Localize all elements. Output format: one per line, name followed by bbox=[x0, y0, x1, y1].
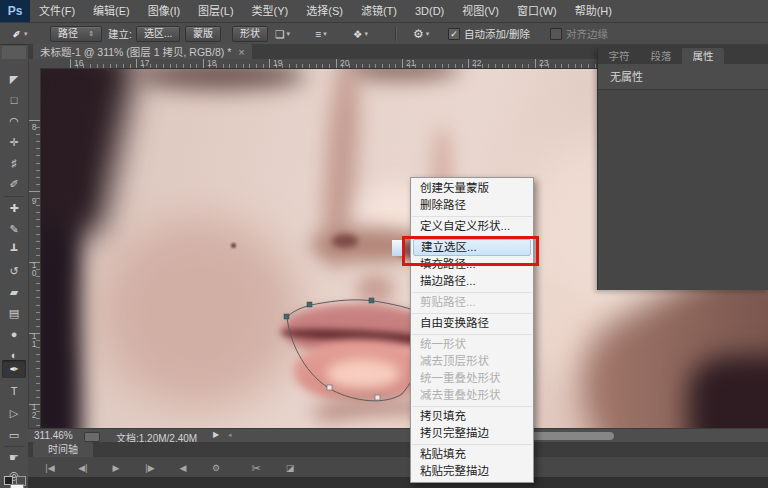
menu-bar: Ps 文件(F) 编辑(E) 图像(I) 图层(L) 类型(Y) 选择(S) 滤… bbox=[0, 0, 768, 23]
menu-filter[interactable]: 滤镜(T) bbox=[352, 0, 406, 22]
photoshop-window: Ps 文件(F) 编辑(E) 图像(I) 图层(L) 类型(Y) 选择(S) 滤… bbox=[0, 0, 768, 488]
next-frame-button[interactable]: |▶ bbox=[137, 460, 163, 476]
menu-type[interactable]: 类型(Y) bbox=[243, 0, 298, 22]
tool-mode-select[interactable]: 路径⇕ bbox=[50, 23, 102, 44]
history-brush-tool[interactable]: ↺ bbox=[0, 262, 28, 280]
crop-tool[interactable]: ♯ bbox=[0, 154, 28, 172]
tab-properties[interactable]: 属性 bbox=[682, 48, 724, 64]
menu-layer[interactable]: 图层(L) bbox=[189, 0, 242, 22]
menu-item-create-vector-mask[interactable]: 创建矢量蒙版 bbox=[411, 180, 533, 197]
ruler-tick-label: 8 bbox=[29, 122, 39, 130]
gradient-tool[interactable]: ▤ bbox=[0, 304, 28, 322]
ruler-corner bbox=[28, 59, 40, 68]
audio-button[interactable]: ◀ bbox=[170, 460, 196, 476]
tool-options-bar: ✒▾ 路径⇕ 建立: 选区... 蒙版 形状 ❏▾ ≡▾ ❖▾ ⚙▾ ✓自动添加… bbox=[0, 23, 768, 45]
path-arrangement-button[interactable]: ❖▾ bbox=[353, 23, 368, 44]
menu-separator bbox=[412, 334, 532, 335]
chevron-down-icon: ▾ bbox=[286, 30, 290, 38]
updown-arrows-icon: ⇕ bbox=[88, 28, 94, 40]
menu-help[interactable]: 帮助(H) bbox=[566, 0, 621, 22]
clone-stamp-tool[interactable]: ┻ bbox=[0, 241, 28, 259]
menu-image[interactable]: 图像(I) bbox=[139, 0, 189, 22]
spot-healing-tool[interactable]: ✚ bbox=[0, 199, 28, 217]
menu-item-paste-full-stroke[interactable]: 粘贴完整描边 bbox=[411, 463, 533, 480]
tab-paragraph[interactable]: 段落 bbox=[640, 48, 682, 64]
gear-icon[interactable]: ⚙▾ bbox=[413, 23, 429, 44]
menu-view[interactable]: 视图(V) bbox=[453, 0, 508, 22]
hand-tool[interactable]: ☛ bbox=[0, 448, 28, 466]
path-anchor-point bbox=[284, 314, 289, 319]
brush-tool[interactable]: ✎ bbox=[0, 220, 28, 238]
zoom-level-field[interactable]: 311.46% bbox=[34, 430, 73, 441]
timeline-panel: 时间轴 |◀ ◀| ▶ |▶ ◀ ⚙ ✂ ◪ bbox=[28, 442, 768, 488]
path-selection-tool[interactable]: ▷ bbox=[0, 404, 28, 422]
make-shape-button[interactable]: 形状 bbox=[232, 23, 268, 44]
split-clip-scissors-icon[interactable]: ✂ bbox=[243, 460, 269, 476]
align-edges-checkbox: 对齐边缘 bbox=[550, 23, 608, 44]
checkbox-unchecked-icon bbox=[550, 28, 562, 40]
menu-item-unite-shapes: 统一形状 bbox=[411, 336, 533, 353]
auto-add-delete-label: 自动添加/删除 bbox=[464, 26, 530, 41]
make-mask-button[interactable]: 蒙版 bbox=[185, 23, 221, 44]
options-separator bbox=[395, 26, 397, 41]
path-context-menu: 创建矢量蒙版 删除路径 定义自定义形状... 建立选区... 填充路径... 描… bbox=[410, 177, 534, 483]
ruler-tick-label: 18 bbox=[207, 58, 216, 68]
type-tool[interactable]: T bbox=[0, 382, 28, 400]
menu-file[interactable]: 文件(F) bbox=[30, 0, 84, 22]
menu-separator bbox=[412, 313, 532, 314]
ruler-tick-label: 22 bbox=[472, 58, 481, 68]
menu-3d[interactable]: 3D(D) bbox=[406, 0, 453, 22]
toolbar-separator bbox=[4, 446, 24, 447]
menu-item-clipping-path: 剪贴路径... bbox=[411, 294, 533, 311]
tab-timeline[interactable]: 时间轴 bbox=[33, 442, 93, 457]
path-anchor-point bbox=[369, 298, 374, 303]
checkbox-checked-icon: ✓ bbox=[448, 28, 460, 40]
path-anchor-point bbox=[375, 395, 380, 400]
make-selection-button[interactable]: 选区... bbox=[136, 23, 180, 44]
tab-character[interactable]: 字符 bbox=[598, 48, 640, 64]
menu-item-paste-fill[interactable]: 粘贴填充 bbox=[411, 446, 533, 463]
quick-selection-tool[interactable]: ✛ bbox=[0, 133, 28, 151]
blur-tool[interactable]: ● bbox=[0, 325, 28, 343]
pen-tool-icon[interactable]: ✒▾ bbox=[12, 23, 28, 44]
pen-tool[interactable]: ✒ bbox=[2, 360, 26, 378]
annotation-red-highlight-box bbox=[402, 236, 539, 266]
menu-select[interactable]: 选择(S) bbox=[297, 0, 352, 22]
menu-item-copy-full-stroke[interactable]: 拷贝完整描边 bbox=[411, 425, 533, 442]
menu-separator bbox=[412, 292, 532, 293]
first-frame-button[interactable]: |◀ bbox=[37, 460, 63, 476]
close-icon[interactable]: × bbox=[238, 46, 244, 58]
move-tool[interactable]: ◤ bbox=[0, 70, 28, 88]
path-operations-button[interactable]: ❏▾ bbox=[275, 23, 290, 44]
toolbar-header[interactable] bbox=[2, 46, 26, 59]
menu-edit[interactable]: 编辑(E) bbox=[84, 0, 139, 22]
menu-window[interactable]: 窗口(W) bbox=[508, 0, 566, 22]
ruler-tick-label: 11 bbox=[29, 331, 39, 347]
path-anchor-point bbox=[307, 302, 312, 307]
ruler-tick-label: 23 bbox=[539, 58, 548, 68]
ruler-tick-label: 12 bbox=[29, 402, 39, 418]
auto-add-delete-checkbox[interactable]: ✓自动添加/删除 bbox=[448, 23, 530, 44]
status-bar: 311.46% 文档:1.20M/2.40M ▶ ◂ bbox=[28, 428, 768, 443]
marquee-tool[interactable]: □ bbox=[0, 91, 28, 109]
menu-item-free-transform-path[interactable]: 自由变换路径 bbox=[411, 315, 533, 332]
shape-tool[interactable]: ▭ bbox=[0, 426, 28, 444]
menu-item-copy-fill[interactable]: 拷贝填充 bbox=[411, 408, 533, 425]
scrollbar-left-arrow-icon[interactable]: ◂ bbox=[228, 431, 232, 439]
menu-item-delete-path[interactable]: 删除路径 bbox=[411, 197, 533, 214]
menu-item-define-custom-shape[interactable]: 定义自定义形状... bbox=[411, 218, 533, 235]
drive-badge-icon bbox=[84, 432, 100, 442]
menu-item-stroke-path[interactable]: 描边路径... bbox=[411, 273, 533, 290]
ruler-tick-label: 17 bbox=[140, 58, 149, 68]
previous-frame-button[interactable]: ◀| bbox=[70, 460, 96, 476]
timeline-settings-gear-icon[interactable]: ⚙ bbox=[203, 460, 229, 476]
chevron-down-icon: ▾ bbox=[364, 30, 368, 38]
transition-button[interactable]: ◪ bbox=[277, 460, 303, 476]
lasso-tool[interactable]: ◠ bbox=[0, 112, 28, 130]
eraser-tool[interactable]: ▰ bbox=[0, 283, 28, 301]
eyedropper-tool[interactable]: ✐ bbox=[0, 175, 28, 193]
path-alignment-button[interactable]: ≡▾ bbox=[315, 23, 327, 44]
make-label: 建立: bbox=[108, 23, 132, 44]
status-flyout-icon[interactable]: ▶ bbox=[213, 430, 219, 439]
play-button[interactable]: ▶ bbox=[103, 460, 129, 476]
